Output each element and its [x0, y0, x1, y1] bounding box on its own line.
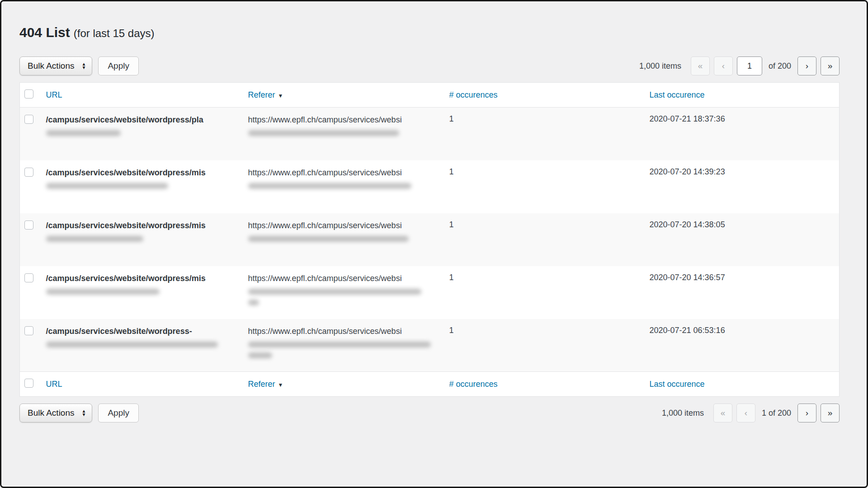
- sort-last-occurrence-link[interactable]: Last occurence: [650, 380, 705, 389]
- select-all-checkbox[interactable]: [24, 89, 33, 99]
- url-value: /campus/services/website/wordpress/mis: [46, 167, 241, 178]
- redacted-url-text: [46, 289, 160, 295]
- sort-occurrences-link[interactable]: # occurences: [449, 380, 498, 389]
- toolbar-bottom: Bulk Actions ▲ ▼ Apply 1,000 items « ‹ 1…: [19, 404, 840, 422]
- 404-list-table: URL Referer▼ # occurences Last occurence…: [19, 82, 840, 397]
- table-row: /campus/services/website/wordpress/misht…: [20, 266, 840, 319]
- page-title-text: 404 List: [19, 25, 70, 40]
- first-page-button[interactable]: «: [713, 404, 732, 422]
- row-checkbox[interactable]: [24, 221, 33, 230]
- select-arrows-icon: ▲ ▼: [82, 409, 86, 417]
- row-checkbox-cell: [20, 319, 46, 372]
- occurrences-value: 1: [449, 160, 650, 213]
- referer-cell: https://www.epfl.ch/campus/services/webs…: [248, 213, 449, 266]
- last-occurrence-value: 2020-07-21 06:53:16: [650, 319, 840, 372]
- url-cell: /campus/services/website/wordpress/pla: [46, 108, 248, 160]
- items-count: 1,000 items: [662, 408, 704, 418]
- bulk-actions-select[interactable]: Bulk Actions ▲ ▼: [19, 56, 92, 75]
- total-pages-label: of 200: [769, 61, 791, 71]
- sort-url-link[interactable]: URL: [46, 380, 62, 389]
- row-checkbox[interactable]: [24, 326, 33, 335]
- row-checkbox-cell: [20, 213, 46, 266]
- row-checkbox[interactable]: [24, 273, 33, 282]
- prev-page-button[interactable]: ‹: [736, 404, 755, 422]
- row-checkbox-cell: [20, 108, 46, 160]
- last-page-button[interactable]: »: [821, 56, 840, 75]
- prev-page-button[interactable]: ‹: [714, 56, 733, 75]
- page-position-label: 1 of 200: [762, 408, 791, 418]
- redacted-url-text: [46, 342, 218, 347]
- pagination-top: 1,000 items « ‹ of 200 › »: [639, 56, 840, 75]
- url-cell: /campus/services/website/wordpress/mis: [46, 266, 248, 319]
- bulk-actions-group: Bulk Actions ▲ ▼ Apply: [19, 56, 139, 75]
- items-count: 1,000 items: [639, 61, 681, 71]
- last-page-button[interactable]: »: [821, 404, 840, 422]
- redacted-referer-text: [248, 342, 431, 347]
- redacted-url-text: [46, 130, 121, 136]
- page-subtitle: (for last 15 days): [74, 27, 155, 39]
- sort-referer-link[interactable]: Referer▼: [248, 380, 283, 389]
- sort-referer-link[interactable]: Referer▼: [248, 90, 283, 99]
- table-row: /campus/services/website/wordpress-https…: [20, 319, 840, 372]
- pagination-bottom: 1,000 items « ‹ 1 of 200 › »: [662, 404, 840, 422]
- redacted-referer-text: [248, 289, 421, 295]
- table-row: /campus/services/website/wordpress/misht…: [20, 160, 840, 213]
- table-header: URL Referer▼ # occurences Last occurence: [20, 83, 840, 108]
- occurrences-value: 1: [449, 266, 650, 319]
- select-arrows-icon: ▲ ▼: [82, 62, 86, 70]
- first-page-button[interactable]: «: [691, 56, 710, 75]
- redacted-referer-text: [248, 300, 259, 305]
- toolbar-top: Bulk Actions ▲ ▼ Apply 1,000 items « ‹ o…: [19, 56, 840, 75]
- table-body: /campus/services/website/wordpress/plaht…: [20, 108, 840, 372]
- next-page-button[interactable]: ›: [797, 404, 816, 422]
- bulk-actions-label: Bulk Actions: [28, 408, 75, 418]
- row-checkbox[interactable]: [24, 115, 33, 124]
- arrow-down-icon: ▼: [82, 66, 86, 70]
- current-page-input[interactable]: [737, 56, 762, 75]
- next-page-button[interactable]: ›: [797, 56, 816, 75]
- bulk-actions-select[interactable]: Bulk Actions ▲ ▼: [19, 404, 92, 422]
- table-footer: URL Referer▼ # occurences Last occurence: [20, 372, 840, 397]
- arrow-down-icon: ▼: [82, 413, 86, 417]
- bulk-actions-label: Bulk Actions: [28, 61, 75, 71]
- page-title: 404 List(for last 15 days): [19, 25, 840, 40]
- sort-url-link[interactable]: URL: [46, 90, 62, 99]
- redacted-referer-text: [248, 236, 409, 242]
- redacted-referer-text: [248, 183, 411, 189]
- url-cell: /campus/services/website/wordpress/mis: [46, 160, 248, 213]
- sort-last-occurrence-link[interactable]: Last occurence: [650, 90, 705, 99]
- last-occurrence-value: 2020-07-20 14:36:57: [650, 266, 840, 319]
- select-all-checkbox[interactable]: [24, 379, 33, 388]
- referer-value: https://www.epfl.ch/campus/services/webs…: [248, 114, 442, 125]
- main-content: 404 List(for last 15 days) Bulk Actions …: [1, 25, 867, 422]
- bulk-actions-group: Bulk Actions ▲ ▼ Apply: [19, 404, 139, 422]
- last-occurrence-value: 2020-07-21 18:37:36: [650, 108, 840, 160]
- app-window: 404 List(for last 15 days) Bulk Actions …: [0, 0, 868, 488]
- apply-button[interactable]: Apply: [98, 56, 139, 75]
- referer-value: https://www.epfl.ch/campus/services/webs…: [248, 326, 442, 337]
- url-value: /campus/services/website/wordpress/mis: [46, 273, 241, 284]
- table-row: /campus/services/website/wordpress/plaht…: [20, 108, 840, 160]
- url-value: /campus/services/website/wordpress/mis: [46, 220, 241, 231]
- referer-cell: https://www.epfl.ch/campus/services/webs…: [248, 160, 449, 213]
- redacted-referer-text: [248, 352, 272, 358]
- referer-value: https://www.epfl.ch/campus/services/webs…: [248, 167, 442, 178]
- sort-occurrences-link[interactable]: # occurences: [449, 90, 498, 99]
- url-cell: /campus/services/website/wordpress/mis: [46, 213, 248, 266]
- row-checkbox-cell: [20, 266, 46, 319]
- last-occurrence-value: 2020-07-20 14:38:05: [650, 213, 840, 266]
- redacted-url-text: [46, 236, 143, 242]
- url-value: /campus/services/website/wordpress/pla: [46, 114, 241, 125]
- row-checkbox-cell: [20, 160, 46, 213]
- url-cell: /campus/services/website/wordpress-: [46, 319, 248, 372]
- occurrences-value: 1: [449, 213, 650, 266]
- referer-value: https://www.epfl.ch/campus/services/webs…: [248, 220, 442, 231]
- apply-button[interactable]: Apply: [98, 404, 139, 422]
- footer-checkbox-cell: [20, 372, 46, 397]
- occurrences-value: 1: [449, 319, 650, 372]
- referer-value: https://www.epfl.ch/campus/services/webs…: [248, 273, 442, 284]
- occurrences-value: 1: [449, 108, 650, 160]
- row-checkbox[interactable]: [24, 168, 33, 177]
- referer-cell: https://www.epfl.ch/campus/services/webs…: [248, 108, 449, 160]
- redacted-referer-text: [248, 130, 399, 136]
